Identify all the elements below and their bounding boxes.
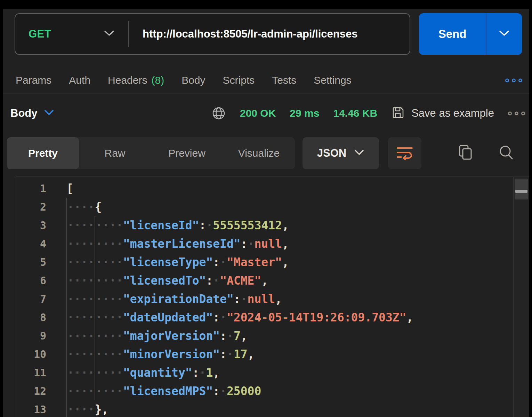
response-meta-bar: Body 200 OK 29 ms 14.46 KB [10,103,525,124]
tab-label: Params [16,74,51,86]
line-content: ········"quantity":·1, [46,363,220,382]
line-content: ········"licenseId":·5555553412, [46,216,289,235]
code-line[interactable]: 1[ [16,179,513,198]
response-tab-pretty[interactable]: Pretty [7,137,79,169]
chevron-down-icon [44,109,54,117]
response-more-options-button[interactable] [508,112,525,115]
line-content: ········"dateUpdated":·"2024-05-14T19:26… [46,308,413,327]
globe-icon[interactable] [211,106,226,121]
code-line[interactable]: 8········"dateUpdated":·"2024-05-14T19:2… [16,308,513,327]
send-button[interactable]: Send [419,13,486,55]
response-time[interactable]: 29 ms [290,107,319,119]
save-as-example-label: Save as example [411,107,494,120]
code-line[interactable]: 11········"quantity":·1, [16,363,513,382]
divider [3,93,529,94]
tab-label: Body [182,74,205,86]
line-content: ········"masterLicenseId":·null, [46,235,289,253]
line-number: 11 [16,363,46,382]
request-tab-params[interactable]: Params [16,74,51,86]
request-tab-body[interactable]: Body [182,74,205,86]
floppy-save-icon [391,106,405,121]
tab-label: Auth [69,74,90,86]
code-line[interactable]: 6········"licensedTo":·"ACME", [16,271,513,290]
tab-label: Scripts [223,74,255,86]
line-content: ········"licenseType":·"Master", [46,253,289,271]
line-content: ········"licensedTo":·"ACME", [46,271,268,290]
code-line[interactable]: 5········"licenseType":·"Master", [16,253,513,271]
response-tab-raw[interactable]: Raw [79,137,151,169]
code-line[interactable]: 13····}, [16,400,513,417]
line-number: 1 [16,179,46,198]
dot-icon [512,79,516,82]
app-window: GET http://localhost:8505/lr-admin-api/l… [3,9,529,417]
dot-icon [521,112,525,115]
response-view-dropdown[interactable]: Body [10,107,54,120]
request-tab-tests[interactable]: Tests [272,74,296,86]
line-content: ········"licensedMPS":·25000 [46,382,261,400]
request-tabs: ParamsAuthHeaders(8)BodyScriptsTestsSett… [16,70,522,91]
send-options-button[interactable] [486,13,522,55]
save-as-example-button[interactable]: Save as example [391,106,494,121]
code-line[interactable]: 4········"masterLicenseId":·null, [16,235,513,253]
line-content: ········"majorVersion":·7, [46,327,248,345]
code-line[interactable]: 2····{ [16,198,513,216]
line-number: 8 [16,308,46,327]
response-body-panel: 1[2····{3········"licenseId":·5555553412… [16,177,529,417]
request-tab-settings[interactable]: Settings [314,74,351,86]
chevron-down-icon [498,30,510,39]
tab-count-badge: (8) [151,74,164,86]
line-number: 3 [16,216,46,235]
code-line[interactable]: 7········"expirationDate":·null, [16,290,513,308]
line-content: ········"minorVersion":·17, [46,345,255,363]
tab-label: Tests [272,74,296,86]
line-number: 12 [16,382,46,400]
dot-icon [518,79,522,82]
chevron-down-icon [104,30,115,38]
tab-label: Settings [314,74,351,86]
line-number: 9 [16,327,46,345]
response-tab-preview[interactable]: Preview [151,137,223,169]
line-content: ····{ [46,198,102,216]
line-content: ····}, [46,400,108,417]
code-line[interactable]: 12········"licensedMPS":·25000 [16,382,513,400]
code-lines: 1[2····{3········"licenseId":·5555553412… [16,177,513,417]
request-tab-headers[interactable]: Headers(8) [108,74,164,86]
scrollbar[interactable] [513,177,529,417]
search-response-button[interactable] [498,144,515,162]
response-view-label: Body [10,107,38,120]
format-dropdown[interactable]: JSON [303,137,379,169]
scrollbar-marker [515,190,527,193]
scrollbar-thumb[interactable] [515,179,528,199]
code-line[interactable]: 3········"licenseId":·5555553412, [16,216,513,235]
response-tab-visualize[interactable]: Visualize [223,137,295,169]
request-url-bar: GET http://localhost:8505/lr-admin-api/l… [15,13,410,55]
url-input[interactable]: http://localhost:8505/lr-admin-api/licen… [143,28,357,40]
response-toolbar: PrettyRawPreviewVisualize JSON [7,137,522,169]
method-dropdown[interactable]: GET [15,14,128,54]
format-label: JSON [317,147,346,160]
copy-response-button[interactable] [458,144,474,162]
tab-label: Headers [108,74,147,86]
copy-icon [458,144,474,162]
dot-icon [515,112,518,115]
line-number: 6 [16,271,46,290]
line-number: 13 [16,400,46,417]
wrap-text-icon [396,145,414,162]
code-line[interactable]: 9········"majorVersion":·7, [16,327,513,345]
search-icon [498,144,515,162]
dot-icon [508,112,512,115]
code-line[interactable]: 10········"minorVersion":·17, [16,345,513,363]
send-split-button: Send [419,13,522,55]
method-label: GET [29,28,51,40]
status-badge[interactable]: 200 OK [240,107,276,119]
chevron-down-icon [354,149,364,157]
line-number: 4 [16,235,46,253]
request-more-options-button[interactable] [505,79,522,82]
response-size[interactable]: 14.46 KB [333,107,377,119]
request-tab-scripts[interactable]: Scripts [223,74,255,86]
wrap-text-button[interactable] [388,137,421,169]
dot-icon [505,79,509,82]
line-number: 2 [16,198,46,216]
response-view-tabs: PrettyRawPreviewVisualize [7,137,295,169]
request-tab-auth[interactable]: Auth [69,74,90,86]
